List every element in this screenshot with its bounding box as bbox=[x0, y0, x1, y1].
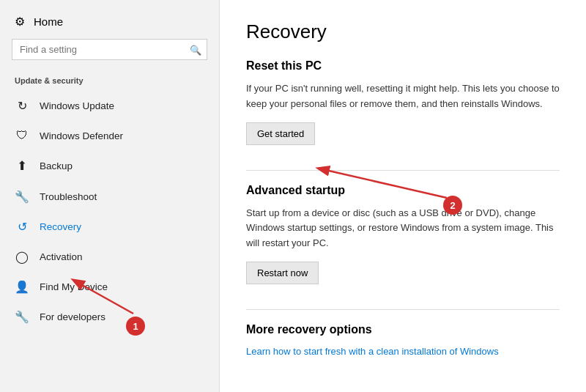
sidebar-item-recovery[interactable]: ↺ Recovery bbox=[0, 212, 219, 242]
search-box: 🔍 bbox=[12, 39, 207, 60]
get-started-button[interactable]: Get started bbox=[246, 122, 315, 145]
sidebar-item-home[interactable]: ⚙ Home bbox=[0, 7, 219, 39]
clean-install-link[interactable]: Learn how to start fresh with a clean in… bbox=[246, 346, 499, 357]
home-label: Home bbox=[34, 15, 63, 28]
sidebar-item-label: Recovery bbox=[40, 221, 204, 232]
sidebar-item-label: Troubleshoot bbox=[40, 191, 204, 202]
sidebar-item-label: Backup bbox=[40, 160, 204, 171]
search-icon: 🔍 bbox=[190, 44, 201, 55]
sidebar-item-label: Windows Update bbox=[40, 100, 204, 111]
activation-icon: ◯ bbox=[15, 250, 29, 264]
windows-defender-icon: 🛡 bbox=[15, 129, 29, 142]
sidebar: ⚙ Home 🔍 Update & security ↻ Windows Upd… bbox=[0, 0, 220, 392]
section-divider-2 bbox=[246, 309, 560, 310]
sidebar-item-label: Activation bbox=[40, 251, 204, 262]
sidebar-item-label: For developers bbox=[40, 311, 204, 322]
page-title: Recovery bbox=[246, 21, 560, 43]
sidebar-section-label: Update & security bbox=[0, 72, 219, 91]
sidebar-item-label: Find My Device bbox=[40, 281, 204, 292]
sidebar-item-troubleshoot[interactable]: 🔧 Troubleshoot bbox=[0, 182, 219, 212]
for-developers-icon: 🔧 bbox=[15, 310, 29, 324]
advanced-startup-description: Start up from a device or disc (such as … bbox=[246, 206, 560, 251]
restart-now-button[interactable]: Restart now bbox=[246, 262, 319, 284]
backup-icon: ⬆ bbox=[15, 158, 29, 174]
sidebar-item-label: Windows Defender bbox=[40, 130, 204, 141]
recovery-icon: ↺ bbox=[15, 220, 29, 234]
sidebar-item-windows-defender[interactable]: 🛡 Windows Defender bbox=[0, 121, 219, 150]
sidebar-item-activation[interactable]: ◯ Activation bbox=[0, 242, 219, 272]
search-input[interactable] bbox=[12, 39, 207, 60]
sidebar-item-for-developers[interactable]: 🔧 For developers bbox=[0, 302, 219, 332]
sidebar-item-backup[interactable]: ⬆ Backup bbox=[0, 150, 219, 182]
troubleshoot-icon: 🔧 bbox=[15, 190, 29, 204]
find-my-device-icon: 👤 bbox=[15, 280, 29, 294]
sidebar-item-windows-update[interactable]: ↻ Windows Update bbox=[0, 91, 219, 121]
more-recovery-title: More recovery options bbox=[246, 323, 560, 336]
home-icon: ⚙ bbox=[15, 15, 25, 29]
reset-pc-title: Reset this PC bbox=[246, 59, 560, 73]
reset-pc-description: If your PC isn't running well, resetting… bbox=[246, 81, 560, 112]
main-content: Recovery Reset this PC If your PC isn't … bbox=[220, 0, 586, 392]
windows-update-icon: ↻ bbox=[15, 99, 29, 113]
advanced-startup-title: Advanced startup bbox=[246, 184, 560, 197]
section-divider bbox=[246, 170, 560, 171]
sidebar-item-find-my-device[interactable]: 👤 Find My Device bbox=[0, 272, 219, 302]
